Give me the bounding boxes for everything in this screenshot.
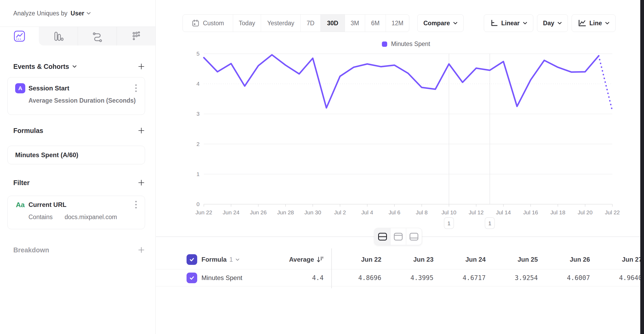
line-chart-tab-icon xyxy=(14,30,25,42)
kebab-menu-icon xyxy=(135,201,137,209)
x-axis-label: Jun 26 xyxy=(250,209,267,215)
tab-insights[interactable] xyxy=(0,27,39,45)
tab-retention[interactable] xyxy=(117,27,155,45)
range-12m[interactable]: 12M xyxy=(386,15,409,32)
scale-button[interactable]: Linear xyxy=(484,14,533,32)
range-label: 30D xyxy=(327,20,338,27)
x-axis-label: Jul 10 xyxy=(441,209,456,215)
split-view-icon xyxy=(378,232,387,241)
event-aggregation[interactable]: Average Session Duration (Seconds) xyxy=(8,97,145,104)
line-chart-icon xyxy=(578,19,586,27)
x-axis-label: Jul 8 xyxy=(416,209,427,215)
tab-funnels[interactable] xyxy=(39,27,78,45)
filter-card-current-url[interactable]: Aa Current URL Contains docs.mixpanel.co… xyxy=(7,196,145,229)
formula-group-dropdown[interactable]: Formula 1 xyxy=(201,256,240,263)
granularity-button[interactable]: Day xyxy=(537,14,568,32)
layout-table-bottom-button[interactable] xyxy=(406,228,422,245)
date-range-control: CustomTodayYesterday7D30D3M6M12M xyxy=(183,14,409,32)
series-line xyxy=(204,55,599,108)
event-card-session-start[interactable]: A Session Start Average Session Duration… xyxy=(7,77,145,115)
range-30d[interactable]: 30D xyxy=(320,15,345,32)
compare-button[interactable]: Compare xyxy=(417,14,464,32)
column-header-jun-25: Jun 25 xyxy=(488,256,540,263)
average-value: 4.4 xyxy=(274,274,331,282)
range-today[interactable]: Today xyxy=(233,15,261,32)
plus-icon xyxy=(138,127,145,134)
range-label: Yesterday xyxy=(267,20,294,27)
x-axis-label: Jul 14 xyxy=(496,209,511,215)
cell-jun-27: 4.9640 xyxy=(592,274,640,282)
formula-card[interactable]: Minutes Spent (A/60) xyxy=(7,146,145,164)
chart-type-label: Line xyxy=(589,20,602,27)
cell-jun-23: 4.3995 xyxy=(383,274,436,282)
add-breakdown-button[interactable] xyxy=(138,247,145,253)
x-axis-label: Jul 18 xyxy=(550,209,565,215)
range-label: Custom xyxy=(203,20,224,27)
table-bottom-view-icon xyxy=(409,232,419,241)
tab-flows[interactable] xyxy=(78,27,117,45)
add-event-button[interactable] xyxy=(138,63,145,70)
filter-section-title: Filter xyxy=(13,179,30,187)
event-options-button[interactable] xyxy=(134,83,138,94)
layout-split-button[interactable] xyxy=(375,228,390,245)
formula-group-number: 1 xyxy=(229,256,233,263)
grid-dots-tab-icon xyxy=(130,30,142,42)
range-yesterday[interactable]: Yesterday xyxy=(261,15,300,32)
bar-chart-tab-icon xyxy=(52,30,64,42)
x-axis-label: Jul 6 xyxy=(389,209,400,215)
filter-property-name: Current URL xyxy=(28,201,67,208)
y-axis-label: 0 xyxy=(196,201,200,207)
events-section-title: Events & Cohorts xyxy=(13,63,69,70)
chevron-down-icon xyxy=(605,22,609,24)
x-axis-label: Jul 12 xyxy=(469,209,484,215)
add-formula-button[interactable] xyxy=(138,127,145,134)
x-axis-label: Jul 4 xyxy=(361,209,373,215)
filter-section-header: Filter xyxy=(13,176,145,189)
range-label: 7D xyxy=(307,20,314,27)
breakdown-section-header: Breakdown xyxy=(13,244,145,256)
check-icon xyxy=(189,275,195,281)
analyze-entity-value: User xyxy=(71,10,84,17)
range-6m[interactable]: 6M xyxy=(365,15,386,32)
x-axis-label: Jun 30 xyxy=(304,209,321,215)
plus-icon xyxy=(138,247,145,253)
sort-icon xyxy=(317,256,324,263)
filter-value[interactable]: docs.mixpanel.com xyxy=(65,214,117,221)
chevron-down-icon xyxy=(523,22,527,24)
event-name: Session Start xyxy=(28,85,69,92)
add-filter-button[interactable] xyxy=(138,179,145,186)
range-7d[interactable]: 7D xyxy=(300,15,320,32)
range-3m[interactable]: 3M xyxy=(345,15,365,32)
chevron-down-icon[interactable] xyxy=(72,65,77,68)
chart-type-button[interactable]: Line xyxy=(572,14,616,32)
check-icon xyxy=(189,256,195,263)
layout-table-top-button[interactable] xyxy=(390,228,406,245)
filter-options-button[interactable] xyxy=(134,199,138,210)
series-checkbox[interactable] xyxy=(187,273,197,283)
table-column-divider xyxy=(331,248,332,288)
formulas-section-title: Formulas xyxy=(13,127,43,135)
events-section-header: Events & Cohorts xyxy=(13,60,145,73)
breakdown-section-title: Breakdown xyxy=(13,246,49,254)
x-axis-label: Jul 22 xyxy=(605,209,620,215)
cell-jun-24: 4.6717 xyxy=(436,274,488,282)
x-axis-label: Jul 2 xyxy=(334,209,346,215)
plus-icon xyxy=(138,179,145,186)
formula-group-checkbox[interactable] xyxy=(187,254,197,265)
cell-jun-25: 3.9254 xyxy=(488,274,540,282)
average-column-header[interactable]: Average xyxy=(274,256,331,263)
y-axis-label: 4 xyxy=(196,81,200,87)
x-axis-label: Jul 16 xyxy=(523,209,538,215)
filter-operator[interactable]: Contains xyxy=(28,214,53,221)
chevron-down-icon xyxy=(86,12,91,15)
formula-expression: Minutes Spent (A/60) xyxy=(15,151,78,159)
layout-toggle xyxy=(374,228,422,245)
analyze-entity-dropdown[interactable]: User xyxy=(71,10,91,17)
cell-jun-26: 4.6007 xyxy=(540,274,592,282)
compare-label: Compare xyxy=(423,20,450,27)
linear-axis-icon xyxy=(490,19,498,27)
kebab-menu-icon xyxy=(135,84,137,93)
chevron-down-icon xyxy=(558,22,562,24)
range-custom[interactable]: Custom xyxy=(183,15,233,32)
chevron-down-icon xyxy=(236,258,240,261)
